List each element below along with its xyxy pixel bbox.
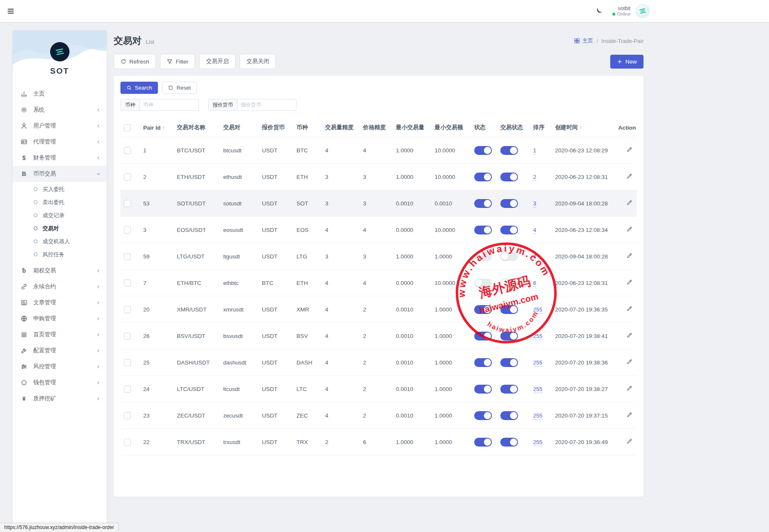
cell-symbol: ethusdt	[220, 164, 259, 190]
sidebar-item-users[interactable]: 用户管理	[13, 118, 107, 134]
status-toggle[interactable]	[474, 279, 492, 287]
edit-button[interactable]	[625, 146, 633, 155]
edit-button[interactable]	[625, 305, 633, 314]
avatar[interactable]	[635, 4, 650, 18]
sort-asc-icon[interactable]: ↑	[162, 125, 165, 131]
sidebar-item-perpetual[interactable]: 永续合约	[13, 279, 107, 295]
status-toggle[interactable]	[474, 358, 492, 367]
trade-status-toggle[interactable]	[500, 385, 518, 394]
trade-status-toggle[interactable]	[500, 332, 518, 340]
trade-status-toggle[interactable]	[500, 438, 518, 447]
trade-status-toggle[interactable]	[500, 199, 518, 208]
sidebar-item-agents[interactable]: 代理管理	[13, 134, 107, 150]
menu-toggle-button[interactable]	[7, 7, 15, 15]
trade-status-toggle[interactable]	[500, 305, 518, 314]
search-button[interactable]: Search	[120, 82, 158, 94]
row-checkbox[interactable]	[124, 253, 131, 260]
trade-status-toggle[interactable]	[500, 226, 518, 234]
sort-order-link[interactable]: 6	[533, 280, 536, 287]
status-toggle[interactable]	[474, 411, 492, 420]
row-checkbox[interactable]	[124, 147, 131, 154]
edit-button[interactable]	[625, 172, 633, 181]
sort-order-link[interactable]: 255	[533, 386, 542, 393]
sort-order-link[interactable]: 255	[533, 333, 542, 340]
row-checkbox[interactable]	[124, 306, 131, 313]
sort-order-link[interactable]: 4	[533, 227, 536, 234]
trade-open-button[interactable]: 交易开启	[199, 54, 235, 69]
edit-button[interactable]	[625, 199, 633, 208]
status-toggle[interactable]	[474, 226, 492, 234]
sidebar-subitem-trade-pairs[interactable]: 交易对	[13, 222, 107, 235]
status-toggle[interactable]	[474, 332, 492, 340]
user-info[interactable]: sotbit Online	[612, 5, 630, 16]
sidebar-item-risk[interactable]: 风控管理	[13, 359, 107, 375]
sidebar-item-subscription[interactable]: 申购管理	[13, 311, 107, 327]
status-toggle[interactable]	[474, 199, 492, 208]
edit-button[interactable]	[625, 411, 633, 420]
edit-button[interactable]	[625, 437, 633, 447]
trade-status-toggle[interactable]	[500, 358, 518, 367]
trade-status-toggle[interactable]	[500, 173, 518, 181]
sidebar-subitem-buy-orders[interactable]: 买入委托	[13, 183, 107, 196]
cell-min_amt: 10.0000	[431, 270, 471, 296]
dark-mode-toggle[interactable]	[595, 7, 603, 15]
sort-order-link[interactable]: 255	[533, 306, 542, 314]
status-toggle[interactable]	[474, 146, 492, 155]
row-checkbox[interactable]	[124, 279, 131, 287]
edit-button[interactable]	[625, 358, 633, 367]
sort-order-link[interactable]: 1	[533, 147, 536, 154]
sidebar-item-articles[interactable]: 文章管理	[13, 295, 107, 311]
reset-button[interactable]: Reset	[162, 82, 197, 94]
status-toggle[interactable]	[474, 173, 492, 181]
sort-order-link[interactable]: 4	[533, 253, 536, 261]
sort-order-link[interactable]: 255	[533, 359, 542, 367]
row-checkbox[interactable]	[124, 386, 131, 393]
sidebar-item-system[interactable]: 系统	[13, 102, 107, 118]
trade-status-toggle[interactable]	[500, 411, 518, 420]
sidebar-subitem-trade-robot[interactable]: 成交机器人	[13, 235, 107, 248]
sidebar-item-options[interactable]: ƀ期权交易	[13, 263, 107, 279]
sort-order-link[interactable]: 2	[533, 174, 536, 181]
status-toggle[interactable]	[474, 438, 492, 447]
breadcrumb-home[interactable]: 主页	[574, 37, 593, 45]
sidebar-item-home[interactable]: 主页	[13, 86, 107, 102]
edit-button[interactable]	[625, 252, 633, 261]
sidebar-item-coin-trade[interactable]: B币币交易	[13, 166, 107, 182]
edit-button[interactable]	[625, 331, 633, 340]
edit-button[interactable]	[625, 384, 633, 394]
edit-button[interactable]	[625, 278, 633, 287]
sidebar-item-staking[interactable]: ¥质押挖矿	[13, 391, 107, 407]
trade-close-button[interactable]: 交易关闭	[240, 54, 276, 69]
filter-button[interactable]: Filter	[160, 54, 195, 69]
row-checkbox[interactable]	[124, 412, 131, 419]
status-toggle[interactable]	[474, 252, 492, 261]
row-checkbox[interactable]	[124, 359, 131, 366]
sort-order-link[interactable]: 255	[533, 412, 542, 420]
trade-status-toggle[interactable]	[500, 146, 518, 155]
coin-filter-input[interactable]	[140, 99, 199, 111]
trade-status-toggle[interactable]	[500, 279, 518, 287]
quote-filter-input[interactable]	[238, 99, 296, 111]
new-button[interactable]: New	[610, 55, 644, 69]
refresh-button[interactable]: Refresh	[114, 54, 156, 69]
row-checkbox[interactable]	[124, 332, 131, 340]
sidebar-item-homepage[interactable]: 首页管理	[13, 327, 107, 343]
row-checkbox[interactable]	[124, 173, 131, 181]
status-toggle[interactable]	[474, 385, 492, 394]
row-checkbox[interactable]	[124, 226, 131, 234]
sidebar-item-finance[interactable]: $财务管理	[13, 150, 107, 166]
sidebar-item-config[interactable]: 配置管理	[13, 343, 107, 359]
trade-status-toggle[interactable]	[500, 252, 518, 261]
sort-order-link[interactable]: 3	[533, 200, 536, 207]
sidebar-item-wallet[interactable]: 钱包管理	[13, 375, 107, 391]
row-checkbox[interactable]	[124, 200, 131, 207]
sidebar-subitem-trade-records[interactable]: 成交记录	[13, 209, 107, 222]
sort-asc-icon[interactable]: ↑	[579, 125, 582, 130]
sidebar-subitem-risk-tasks[interactable]: 风控任务	[13, 248, 107, 261]
edit-button[interactable]	[625, 225, 633, 234]
status-toggle[interactable]	[474, 305, 492, 314]
select-all-checkbox[interactable]	[124, 124, 131, 131]
row-checkbox[interactable]	[124, 439, 131, 446]
sort-order-link[interactable]: 255	[533, 439, 542, 446]
sidebar-subitem-sell-orders[interactable]: 卖出委托	[13, 196, 107, 209]
